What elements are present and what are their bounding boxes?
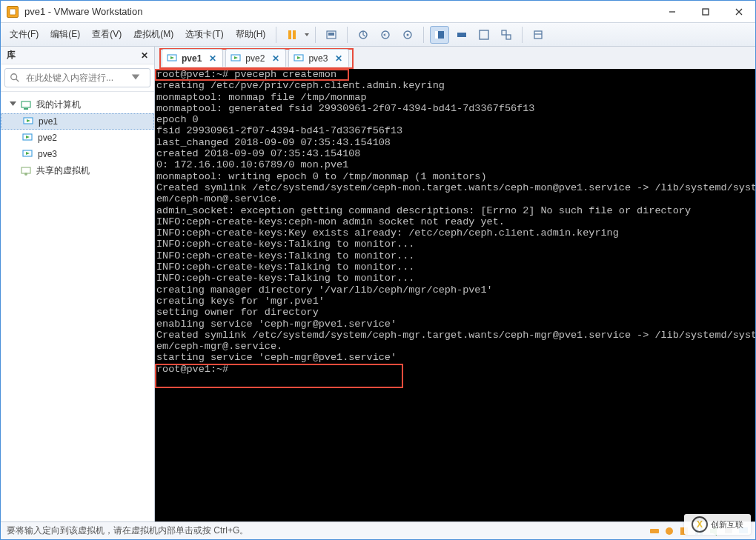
snapshot-revert-button[interactable]	[376, 26, 395, 44]
vm-tab-pve3[interactable]: pve3 ✕	[288, 49, 349, 67]
app-icon	[7, 6, 19, 18]
menu-help[interactable]: 帮助(H)	[230, 25, 272, 44]
menu-file[interactable]: 文件(F)	[4, 25, 44, 44]
snapshot-manager-button[interactable]	[398, 26, 417, 44]
svg-rect-20	[506, 35, 511, 39]
maximize-button[interactable]	[689, 1, 722, 22]
vm-tab-label: pve2	[245, 53, 265, 64]
highlight-box-tabs: pve1 ✕ pve2 ✕ pve3 ✕	[159, 48, 354, 69]
tab-close-icon[interactable]: ✕	[272, 53, 279, 64]
svg-rect-27	[21, 101, 30, 107]
unity-button[interactable]	[497, 26, 516, 44]
tree-root-my-computer[interactable]: 我的计算机	[1, 96, 154, 113]
svg-marker-7	[305, 33, 309, 36]
svg-marker-12	[383, 33, 385, 36]
twisty-open-icon[interactable]	[8, 101, 17, 110]
menu-edit[interactable]: 编辑(E)	[44, 25, 86, 44]
main-panel: pve1 ✕ pve2 ✕ pve3 ✕ root@p	[155, 47, 755, 521]
svg-rect-21	[534, 31, 542, 39]
tree-label: 共享的虚拟机	[36, 164, 90, 177]
vm-tab-label: pve3	[308, 53, 328, 64]
svg-rect-5	[288, 30, 291, 39]
vm-tab-bar: pve1 ✕ pve2 ✕ pve3 ✕	[155, 47, 755, 69]
svg-rect-35	[21, 167, 30, 173]
svg-line-24	[16, 79, 19, 82]
pause-vm-button[interactable]	[282, 26, 302, 44]
snapshot-button[interactable]	[354, 26, 373, 44]
vm-terminal-output[interactable]: root@pve1:~# pveceph createmon creating …	[155, 69, 755, 521]
vm-running-icon	[22, 116, 34, 127]
search-icon	[10, 73, 20, 83]
menu-vm[interactable]: 虚拟机(M)	[127, 25, 179, 44]
vm-running-icon	[21, 132, 33, 144]
svg-rect-0	[10, 9, 16, 15]
pause-dropdown-icon[interactable]	[303, 32, 311, 38]
tree-shared-vms[interactable]: 共享的虚拟机	[1, 162, 154, 179]
tree-item-pve1[interactable]: pve1	[1, 113, 154, 130]
minimize-button[interactable]	[655, 1, 689, 22]
tree-item-pve3[interactable]: pve3	[1, 146, 154, 162]
search-dropdown-icon[interactable]	[130, 72, 145, 84]
watermark-logo-icon: X	[692, 516, 708, 533]
svg-rect-19	[502, 30, 506, 35]
library-button[interactable]	[528, 26, 548, 44]
tree-label: pve1	[39, 116, 58, 127]
status-bar: 要将输入定向到该虚拟机，请在虚拟机内部单击或按 Ctrl+G。	[1, 521, 755, 539]
shared-vm-icon	[20, 165, 32, 177]
watermark: X 创新互联	[684, 514, 751, 535]
send-ctrl-alt-del-button[interactable]	[322, 26, 341, 44]
svg-rect-17	[457, 33, 466, 37]
vm-console[interactable]: root@pve1:~# pveceph createmon creating …	[155, 69, 755, 521]
sidebar-header: 库 ✕	[1, 47, 154, 64]
view-console-button[interactable]	[430, 26, 449, 44]
watermark-text: 创新互联	[711, 519, 743, 530]
vm-running-icon	[21, 148, 33, 160]
status-text: 要将输入定向到该虚拟机，请在虚拟机内部单击或按 Ctrl+G。	[7, 524, 248, 537]
svg-rect-16	[435, 31, 438, 39]
sidebar-close-icon[interactable]: ✕	[141, 50, 148, 61]
library-sidebar: 库 ✕ 我的计算机 pve1	[1, 47, 155, 521]
menu-view[interactable]: 查看(V)	[86, 25, 127, 44]
svg-point-36	[24, 173, 27, 176]
tab-close-icon[interactable]: ✕	[209, 53, 216, 64]
tree-label: 我的计算机	[36, 99, 81, 111]
computer-icon	[20, 99, 32, 111]
status-disk-icon[interactable]	[649, 525, 660, 537]
vm-tab-icon	[231, 53, 241, 64]
search-input[interactable]	[24, 72, 127, 84]
library-search-box[interactable]	[4, 68, 150, 87]
menu-tabs[interactable]: 选项卡(T)	[179, 25, 229, 44]
svg-rect-28	[24, 108, 28, 110]
vm-tab-icon	[294, 53, 304, 64]
svg-rect-9	[328, 33, 334, 36]
sidebar-title: 库	[7, 49, 16, 61]
tree-item-pve2[interactable]: pve2	[1, 130, 154, 146]
view-stretch-button[interactable]	[452, 26, 471, 44]
svg-point-44	[666, 527, 673, 535]
vm-tab-pve1[interactable]: pve1 ✕	[162, 49, 223, 67]
title-bar: pve1 - VMware Workstation	[1, 1, 755, 23]
vm-tab-icon	[167, 53, 177, 64]
tree-label: pve2	[38, 133, 57, 143]
svg-rect-43	[650, 529, 659, 533]
svg-rect-18	[480, 30, 488, 39]
svg-point-23	[11, 74, 17, 80]
tree-label: pve3	[38, 149, 57, 159]
vm-tab-label: pve1	[182, 53, 202, 64]
svg-point-14	[407, 33, 409, 36]
vm-tab-pve2[interactable]: pve2 ✕	[225, 49, 286, 67]
menu-bar: 文件(F) 编辑(E) 查看(V) 虚拟机(M) 选项卡(T) 帮助(H)	[1, 23, 755, 47]
tab-close-icon[interactable]: ✕	[335, 53, 342, 64]
library-tree: 我的计算机 pve1 pve2 pve3 共享的虚拟机	[1, 92, 154, 521]
svg-marker-26	[10, 101, 16, 106]
fullscreen-button[interactable]	[474, 26, 494, 44]
twisty-placeholder	[8, 167, 17, 176]
svg-rect-6	[293, 30, 296, 39]
svg-marker-25	[132, 74, 140, 79]
svg-rect-2	[703, 9, 709, 15]
close-button[interactable]	[722, 1, 755, 22]
window-title: pve1 - VMware Workstation	[24, 6, 655, 17]
status-cd-icon[interactable]	[663, 525, 675, 537]
